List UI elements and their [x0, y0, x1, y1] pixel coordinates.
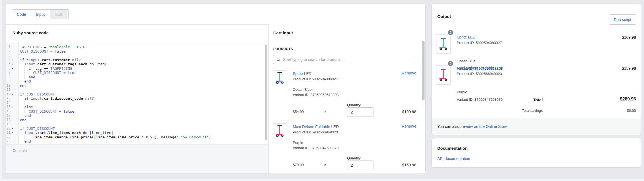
indent-guide [24, 71, 29, 75]
line-number: 2 [6, 49, 11, 54]
code-line[interactable]: 17end [6, 113, 268, 118]
code-line[interactable]: 8end [6, 75, 268, 79]
multiply-symbol: × [324, 163, 326, 167]
fold-arrow-icon[interactable]: ▾ [11, 58, 14, 62]
cart-product-list: Sprite LED Product ID: 5902594080927 Oce… [273, 70, 416, 174]
total-savings-label: Total savings [522, 108, 543, 113]
cart-input-title: Cart input [273, 30, 293, 35]
code-line[interactable]: 16CUST_DISCOUNT = false [6, 109, 268, 114]
fold-arrow-icon[interactable]: ▾ [11, 131, 14, 135]
code-line[interactable]: 13if Input.cart.discount_code.nil? [6, 96, 268, 101]
code-line[interactable]: 21▾Input.cart.line_items.each do |line_i… [6, 131, 268, 135]
code-text [14, 101, 29, 105]
code-line[interactable]: 15▾else [6, 105, 268, 109]
page-bottom-edge [0, 179, 644, 181]
code-text: Input.cart.customer.tags.each do |tag| [14, 62, 107, 66]
code-text: end [14, 75, 35, 79]
fold-gutter [11, 49, 14, 54]
line-number: 23 [6, 139, 11, 144]
line-number: 10 [6, 84, 11, 88]
code-line[interactable]: 14 [6, 101, 268, 105]
quantity-input[interactable] [347, 161, 373, 170]
indent-guide [24, 101, 29, 105]
indent-guide [20, 96, 24, 101]
product-thumbnail [273, 70, 287, 85]
fold-gutter [11, 101, 14, 105]
code-text: else [14, 105, 33, 109]
preview-online-store-link[interactable]: preview on the Online Store. [459, 124, 509, 129]
remove-product-link[interactable]: Remove [402, 124, 416, 128]
product-title-link[interactable]: Maxi Deluxe Foldable LED [457, 66, 503, 70]
code-line[interactable]: 18end [6, 118, 268, 122]
cart-product-row: Sprite LED Product ID: 5902594080927 Oce… [273, 70, 416, 117]
code-text: if CUST_DISCOUNT [14, 126, 55, 131]
code-cart-divider [268, 24, 269, 174]
code-line[interactable]: 3 [6, 53, 268, 58]
footer-text: You can also [437, 124, 459, 129]
search-icon [276, 58, 281, 62]
variant-id: Variant ID: 37060847698079 [457, 97, 502, 102]
code-and-input-card: Code Input Both Ruby source code 1TAGPRI… [6, 4, 425, 174]
documentation-card: Documentation API documentation [432, 138, 641, 167]
code-line[interactable]: 11 [6, 88, 268, 92]
code-text: end [14, 113, 31, 118]
code-line[interactable]: 1TAGPRICING = 'Wholesale - TGTG' [6, 45, 268, 49]
remove-product-link[interactable]: Remove [402, 71, 416, 75]
quantity-badge: 2 [447, 29, 454, 36]
tab-both[interactable]: Both [50, 10, 69, 19]
fold-arrow-icon[interactable]: ▾ [11, 66, 14, 71]
quantity-input[interactable] [347, 107, 373, 117]
line-price: $109.98 [622, 35, 636, 40]
indent-guide [20, 79, 24, 84]
code-line[interactable]: 4▾if !Input.cart.customer.nil? [6, 58, 268, 62]
code-line[interactable]: 10end [6, 84, 268, 88]
code-line[interactable]: 7CUST_DISCOUNT = true [6, 71, 268, 75]
indent-guide [20, 75, 24, 79]
api-documentation-link[interactable]: API documentation [437, 156, 470, 161]
tab-input[interactable]: Input [31, 10, 50, 19]
product-id: Product ID: 5902594080927 [293, 77, 338, 81]
code-line[interactable]: 6▾if tag == TAGPRICING [6, 66, 268, 71]
editor-scrollbar[interactable] [265, 45, 267, 140]
line-number: 4 [6, 58, 11, 62]
output-card: Output Run script 2 Sprite [432, 4, 641, 135]
indent-guide [20, 101, 24, 105]
line-number: 19 [6, 122, 11, 126]
line-number: 15 [6, 105, 11, 109]
output-footer: You can also preview on the Online Store… [432, 118, 641, 135]
fold-gutter [11, 135, 14, 139]
fold-arrow-icon[interactable]: ▾ [11, 105, 14, 109]
product-title-link[interactable]: Sprite LED [457, 35, 476, 39]
indent-guide [20, 66, 24, 71]
product-thumbnail [273, 123, 287, 138]
quantity-label: Quantity [347, 156, 360, 160]
code-line[interactable]: 5▾Input.cart.customer.tags.each do |tag| [6, 62, 268, 66]
product-title-link[interactable]: Maxi Deluxe Foldable LED [293, 125, 339, 129]
fold-gutter [11, 96, 14, 101]
product-search-input[interactable] [283, 57, 413, 62]
code-line[interactable]: 2CUST_DISCOUNT = false [6, 49, 268, 54]
fold-arrow-icon[interactable]: ▾ [11, 92, 14, 97]
indent-guide [20, 105, 24, 109]
code-line[interactable]: 22line_item.change_line_price((line_item… [6, 135, 268, 139]
scooter-image [275, 124, 285, 138]
indent-guide [24, 109, 29, 114]
line-number: 12 [6, 92, 11, 97]
code-text [14, 122, 20, 126]
code-line[interactable]: 20▾if CUST_DISCOUNT [6, 126, 268, 131]
code-line[interactable]: 9end [6, 79, 268, 84]
code-text: CUST_DISCOUNT = false [14, 49, 65, 54]
code-editor[interactable]: 1TAGPRICING = 'Wholesale - TGTG'2CUST_DI… [6, 42, 268, 144]
fold-arrow-icon[interactable]: ▾ [11, 126, 14, 131]
fold-arrow-icon[interactable]: ▾ [11, 62, 14, 66]
cart-scrollbar[interactable] [422, 41, 425, 100]
fold-gutter [11, 139, 14, 144]
code-line[interactable]: 12▾if CUST_DISCOUNT [6, 92, 268, 97]
code-text: TAGPRICING = 'Wholesale - TGTG' [14, 45, 87, 49]
code-text: if CUST_DISCOUNT [14, 92, 55, 97]
product-title-link[interactable]: Sprite LED [293, 71, 312, 76]
code-line[interactable]: 19 [6, 122, 268, 126]
tab-code[interactable]: Code [12, 10, 31, 19]
view-mode-tabs: Code Input Both [12, 9, 69, 19]
code-line[interactable]: 23end [6, 139, 268, 144]
